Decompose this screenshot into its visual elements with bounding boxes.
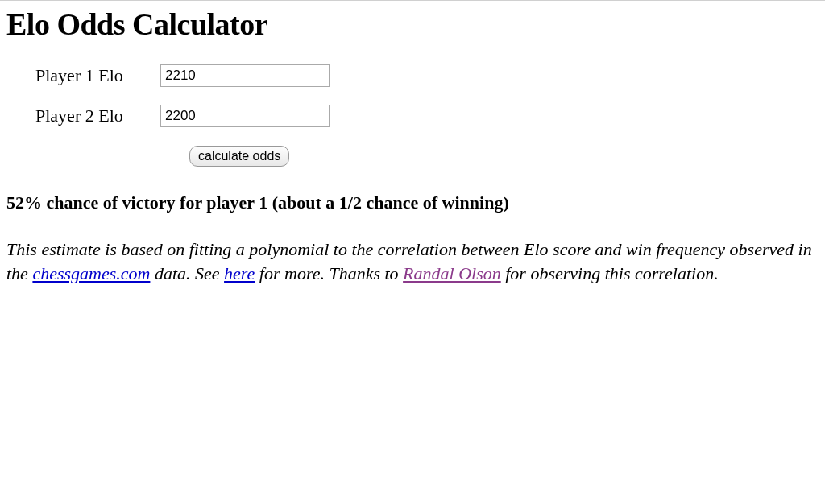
calculator-form: Player 1 Elo Player 2 Elo calculate odds [35, 64, 819, 167]
result-text: 52% chance of victory for player 1 (abou… [6, 192, 819, 213]
here-link[interactable]: here [224, 263, 255, 283]
top-border [0, 0, 825, 1]
footnote-text-2: data. See [150, 263, 224, 283]
player2-elo-label: Player 2 Elo [35, 105, 160, 126]
footnote-paragraph: This estimate is based on fitting a poly… [6, 238, 819, 285]
footnote-text-3: for more. Thanks to [255, 263, 403, 283]
footnote-text-4: for observing this correlation. [501, 263, 719, 283]
player1-elo-input[interactable] [160, 64, 330, 87]
player2-elo-input[interactable] [160, 105, 330, 127]
chessgames-link[interactable]: chessgames.com [32, 263, 150, 283]
player1-row: Player 1 Elo [35, 64, 819, 87]
button-row: calculate odds [189, 145, 819, 167]
player1-elo-label: Player 1 Elo [35, 65, 160, 86]
calculate-odds-button[interactable]: calculate odds [189, 146, 289, 167]
page-title: Elo Odds Calculator [6, 6, 819, 42]
player2-row: Player 2 Elo [35, 105, 819, 127]
randal-olson-link[interactable]: Randal Olson [403, 263, 501, 283]
